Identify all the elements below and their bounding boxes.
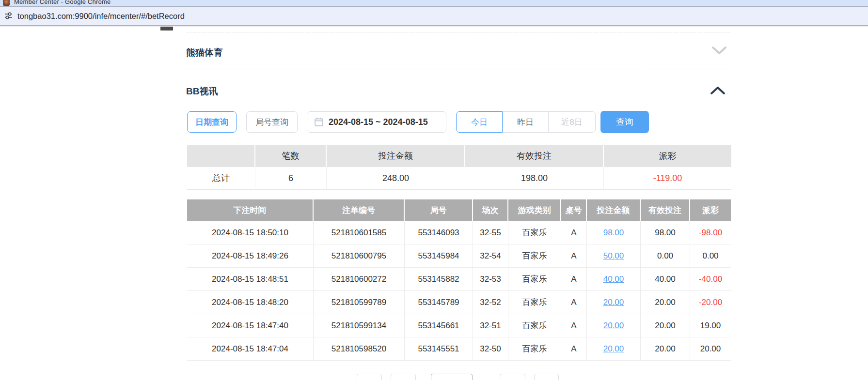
today-button[interactable]: 今日: [456, 111, 503, 133]
date-range-input[interactable]: 2024-08-15 ~ 2024-08-15: [307, 111, 446, 133]
summary-header-valid-bet: 有效投注: [465, 145, 604, 167]
cell-round-number: 553145551: [405, 337, 473, 361]
cell-order-number: 521810598520: [314, 337, 405, 361]
search-button[interactable]: 查询: [600, 111, 649, 133]
cell-session: 32-50: [473, 337, 508, 361]
cell-payout: -20.00: [690, 291, 731, 314]
cell-game-type: 百家乐: [508, 244, 561, 268]
site-favicon-icon: [3, 0, 10, 6]
date-query-button[interactable]: 日期查询: [187, 111, 237, 133]
cell-round-number: 553145984: [405, 244, 473, 268]
cell-valid-bet: 0.00: [641, 244, 690, 268]
summary-payout-value: -119.00: [604, 167, 731, 190]
summary-header-row: 笔数 投注金额 有效投注 派彩: [187, 145, 731, 167]
summary-header-empty: [187, 145, 255, 167]
table-row: 2024-08-15 18:50:10 521810601585 5531460…: [187, 221, 731, 244]
pagination-next-button[interactable]: [500, 374, 525, 380]
pagination-jump-input[interactable]: [534, 374, 559, 380]
cell-valid-bet: 40.00: [641, 268, 690, 291]
header-bet-time: 下注时间: [187, 199, 314, 221]
summary-total-label: 总计: [187, 167, 255, 190]
bet-record-table: 下注时间 注单编号 局号 场次 游戏类别 桌号 投注金额 有效投注 派彩 202…: [187, 199, 731, 361]
cell-table-number: A: [561, 268, 587, 291]
cell-table-number: A: [561, 244, 587, 268]
header-round-number: 局号: [405, 199, 473, 221]
bet-amount-link[interactable]: 98.00: [603, 228, 624, 238]
cell-order-number: 521810599789: [314, 291, 405, 314]
page: Member Center - Google Chrome tongbao31.…: [0, 0, 868, 380]
cell-game-type: 百家乐: [508, 337, 561, 361]
chevron-up-icon[interactable]: [710, 86, 726, 95]
bet-amount-link[interactable]: 20.00: [603, 298, 624, 307]
cell-session: 32-54: [473, 244, 508, 268]
cell-payout: -40.00: [690, 268, 731, 291]
browser-toolbar: tongbao31.com:9900/infe/mcenter/#/betRec…: [0, 7, 868, 25]
cell-valid-bet: 20.00: [641, 314, 690, 337]
cell-payout: 20.00: [690, 337, 731, 361]
pagination-page-size-select[interactable]: [431, 374, 473, 380]
header-valid-bet: 有效投注: [641, 199, 690, 221]
cell-bet-time: 2024-08-15 18:48:20: [187, 291, 314, 314]
tune-icon[interactable]: [4, 11, 13, 20]
scroll-indicator: [160, 27, 173, 30]
cell-round-number: 553145882: [405, 268, 473, 291]
summary-count-value: 6: [255, 167, 327, 190]
header-payout: 派彩: [690, 199, 731, 221]
cell-round-number: 553145789: [405, 291, 473, 314]
section-title-bb-video[interactable]: BB视讯: [186, 85, 218, 98]
chevron-down-icon[interactable]: [711, 46, 727, 55]
pagination-prev-button[interactable]: [357, 374, 382, 380]
summary-valid-bet-value: 198.00: [465, 167, 604, 190]
cell-bet-time: 2024-08-15 18:48:51: [187, 268, 314, 291]
bet-record-header-row: 下注时间 注单编号 局号 场次 游戏类别 桌号 投注金额 有效投注 派彩: [187, 199, 731, 221]
header-table-number: 桌号: [561, 199, 587, 221]
round-query-button[interactable]: 局号查询: [246, 111, 298, 133]
section-divider-middle: [186, 70, 730, 70]
cell-payout: -98.00: [690, 221, 731, 244]
cell-session: 32-51: [473, 314, 508, 337]
date-range-value: 2024-08-15 ~ 2024-08-15: [329, 117, 428, 127]
bet-amount-link[interactable]: 20.00: [603, 321, 624, 331]
summary-total-row: 总计 6 248.00 198.00 -119.00: [187, 167, 731, 190]
cell-order-number: 521810600795: [314, 244, 405, 268]
cell-round-number: 553146093: [405, 221, 473, 244]
section-divider-top: [186, 32, 730, 32]
cell-round-number: 553145661: [405, 314, 473, 337]
table-row: 2024-08-15 18:48:20 521810599789 5531457…: [187, 291, 731, 314]
cell-valid-bet: 20.00: [641, 291, 690, 314]
cell-game-type: 百家乐: [508, 221, 561, 244]
cell-valid-bet: 98.00: [641, 221, 690, 244]
bet-amount-link[interactable]: 20.00: [603, 344, 624, 354]
cell-bet-time: 2024-08-15 18:50:10: [187, 221, 314, 244]
summary-table: 笔数 投注金额 有效投注 派彩 总计 6 248.00 198.00 -119.…: [187, 145, 731, 190]
header-game-type: 游戏类别: [508, 199, 561, 221]
cell-table-number: A: [561, 314, 587, 337]
table-row: 2024-08-15 18:49:26 521810600795 5531459…: [187, 244, 731, 268]
bet-amount-link[interactable]: 40.00: [603, 274, 624, 284]
cell-valid-bet: 20.00: [641, 337, 690, 361]
table-row: 2024-08-15 18:48:51 521810600272 5531458…: [187, 268, 731, 291]
cell-game-type: 百家乐: [508, 291, 561, 314]
toolbar-separator-light: [0, 26, 868, 27]
table-row: 2024-08-15 18:47:04 521810598520 5531455…: [187, 337, 731, 361]
table-row: 2024-08-15 18:47:40 521810599134 5531456…: [187, 314, 731, 337]
section-title-panda-sports[interactable]: 熊猫体育: [186, 46, 223, 59]
yesterday-button[interactable]: 昨日: [502, 111, 549, 133]
cell-order-number: 521810601585: [314, 221, 405, 244]
cell-bet-time: 2024-08-15 18:49:26: [187, 244, 314, 268]
header-session: 场次: [473, 199, 508, 221]
last-8-days-button[interactable]: 近8日: [548, 111, 596, 133]
cell-game-type: 百家乐: [508, 314, 561, 337]
quick-date-button-group: 今日 昨日 近8日: [456, 111, 596, 133]
window-title: Member Center - Google Chrome: [14, 0, 110, 5]
summary-header-bet-amount: 投注金额: [327, 145, 465, 167]
pagination-page-1-button[interactable]: [391, 374, 416, 380]
cell-bet-time: 2024-08-15 18:47:40: [187, 314, 314, 337]
cell-order-number: 521810599134: [314, 314, 405, 337]
cell-table-number: A: [561, 291, 587, 314]
bet-amount-link[interactable]: 50.00: [603, 251, 624, 261]
cell-session: 32-52: [473, 291, 508, 314]
summary-bet-amount-value: 248.00: [327, 167, 465, 190]
cell-table-number: A: [561, 221, 587, 244]
address-bar-url[interactable]: tongbao31.com:9900/infe/mcenter/#/betRec…: [17, 7, 185, 25]
